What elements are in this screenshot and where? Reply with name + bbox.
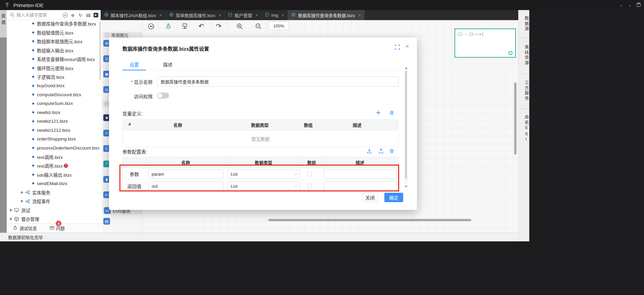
leaf-bullet-icon [32, 94, 34, 96]
activity-tab-resources[interactable]: 资源 [0, 10, 7, 25]
minimap-handle[interactable] [508, 51, 513, 55]
tree-leaf-item[interactable]: 数组脚本赋值图元.bizx [7, 37, 99, 46]
close-button[interactable]: 关闭 [362, 193, 378, 202]
param-name-input[interactable] [148, 169, 223, 179]
param-desc-input[interactable] [324, 169, 397, 179]
scrollbar-thumb[interactable] [405, 71, 407, 179]
undo-icon[interactable]: ↶ [197, 22, 205, 30]
expand-caret-icon[interactable] [10, 218, 12, 220]
close-icon[interactable]: × [219, 13, 221, 18]
return-desc-input[interactable] [324, 181, 397, 191]
tree-root-test[interactable]: 测试 [7, 206, 99, 215]
tab-img[interactable]: img × [262, 10, 288, 20]
expand-caret-icon[interactable] [21, 191, 23, 194]
expand-caret-icon[interactable] [21, 200, 23, 202]
tree-leaf-item[interactable]: buyGood.bizx [7, 81, 99, 91]
zoom-level-display[interactable]: 100% [268, 21, 289, 30]
zoom-in-icon[interactable] [235, 22, 244, 30]
tree-leaf-item[interactable]: 数据库操作查询多条数据.bizx [7, 19, 99, 28]
debug-icon [13, 225, 18, 231]
tab-label: 租户管理 [234, 12, 252, 18]
tree-leaf-item[interactable]: computeDiscount.bizx [7, 90, 99, 99]
palette-item-icon[interactable]: ▤ [103, 218, 110, 225]
tab-description[interactable]: 描述 [156, 61, 179, 70]
right-tab-datasource[interactable]: 数据源 [519, 13, 530, 34]
nav-back-icon[interactable]: ‹ [619, 2, 624, 8]
debug-info-tab[interactable]: 调试信息 [13, 225, 37, 231]
leaf-bullet-icon [32, 138, 34, 140]
tree-leaf-item[interactable]: processOrderItemDiscount.bizx [7, 143, 99, 153]
nav-forward-icon[interactable]: › [627, 2, 633, 8]
tab-simple-db-ops[interactable]: 简单数据库操作.bizx × [166, 10, 225, 20]
collapse-all-icon[interactable] [86, 12, 91, 18]
search-input[interactable] [16, 12, 60, 17]
tree-leaf-item[interactable]: rest调用.bizx ! [7, 161, 99, 170]
delete-params-icon[interactable] [388, 148, 395, 154]
tree-leaf-item[interactable]: sendEMail.bizx [7, 179, 99, 188]
right-tab-offline-resources[interactable]: 离线资源 [519, 42, 530, 69]
tree-leaf-item[interactable]: 系统变量替换resturl调用.bizx [7, 55, 99, 64]
locate-icon[interactable]: ⊕ [70, 12, 75, 18]
export-icon[interactable] [93, 12, 99, 18]
return-type-select[interactable]: List [227, 181, 300, 191]
tree-leaf-item[interactable]: newbiz121.bizx [7, 117, 99, 126]
leaf-label: newbiz1212.bizx [37, 128, 70, 133]
close-icon[interactable]: × [159, 13, 162, 18]
add-variable-icon[interactable] [375, 109, 382, 116]
canvas-v-scrollbar[interactable] [514, 82, 517, 155]
toggle-knob [158, 93, 162, 98]
tree-root-supervision[interactable]: 督办管理 [7, 215, 99, 224]
tree-leaf-item[interactable]: rest调用.bizx [7, 153, 99, 162]
leaf-label: sdo输入输出.bizx [37, 171, 72, 178]
save-layout-icon[interactable] [636, 2, 641, 8]
tree-leaf-item[interactable]: orderShopping.bizx [7, 135, 99, 144]
debug-run-icon[interactable] [164, 22, 172, 30]
deploy-icon[interactable] [181, 22, 189, 30]
tree-scrollbar[interactable] [99, 21, 101, 80]
tree-leaf-item[interactable]: newbiz.bizx [7, 108, 99, 117]
canvas-h-scrollbar[interactable] [268, 219, 471, 221]
fullscreen-icon[interactable] [394, 44, 400, 50]
close-icon[interactable]: × [358, 13, 361, 18]
confirm-button[interactable]: 确定 [384, 193, 403, 202]
tree-leaf-item[interactable]: newbiz1212.bizx [7, 126, 99, 135]
tree-leaf-item[interactable]: 子逻辑流.bizx [7, 72, 99, 81]
right-tab-thirdparty-services[interactable]: 三方服务 [519, 77, 530, 105]
param-type-select[interactable]: List [227, 169, 300, 179]
ai-assistant-icon[interactable]: AI [63, 13, 68, 18]
param-array-checkbox[interactable] [307, 172, 312, 176]
zoom-out-icon[interactable] [254, 22, 262, 30]
refresh-icon[interactable]: ↻ [78, 12, 83, 18]
tree-parent-entity-services[interactable]: 实体服务 [7, 188, 99, 197]
collapse-icon[interactable] [105, 102, 109, 106]
tree-leaf-item[interactable]: computeSum.bizx [7, 99, 99, 108]
tab-tenant-mgmt[interactable]: 租户管理 × [225, 10, 262, 20]
run-icon[interactable] [147, 22, 155, 30]
tab-script-java-array[interactable]: 脚本操作JAVA数组.bizx × [101, 10, 166, 20]
redo-icon[interactable]: ↷ [215, 22, 223, 30]
close-icon[interactable]: × [282, 13, 284, 18]
tree-leaf-item[interactable]: 数组赋值图元.bizx [7, 28, 99, 37]
dialog-scrollbar[interactable] [405, 66, 408, 189]
tree-parent-flow-events[interactable]: 流程事件 [7, 197, 99, 206]
close-icon[interactable]: × [255, 13, 258, 18]
delete-variable-icon[interactable] [388, 109, 395, 116]
return-array-checkbox[interactable] [307, 184, 312, 188]
export-params-icon[interactable] [378, 148, 384, 154]
scroll-up-icon[interactable] [405, 67, 408, 69]
collapse-icon[interactable] [105, 33, 109, 37]
close-icon[interactable]: × [404, 43, 411, 50]
tab-db-query-multi-active[interactable]: 数据库操作查询多条数据.bizx × [288, 10, 364, 20]
scroll-down-icon[interactable] [405, 186, 408, 187]
tab-settings[interactable]: 设置 [122, 61, 146, 70]
access-permission-toggle[interactable] [157, 93, 169, 99]
import-params-icon[interactable] [366, 148, 373, 154]
expand-caret-icon[interactable] [10, 209, 12, 212]
display-name-input[interactable] [157, 76, 398, 86]
return-name-input[interactable] [148, 181, 223, 191]
tree-leaf-item[interactable]: 数组输入输出.bizx [7, 46, 99, 55]
minimap[interactable] [454, 28, 516, 58]
tree-leaf-item[interactable]: 循环图元使用.bizx [7, 64, 99, 73]
tree-leaf-item[interactable]: sdo输入输出.bizx [7, 170, 99, 179]
right-tab-named-sql[interactable]: 命名Sql [519, 113, 530, 145]
